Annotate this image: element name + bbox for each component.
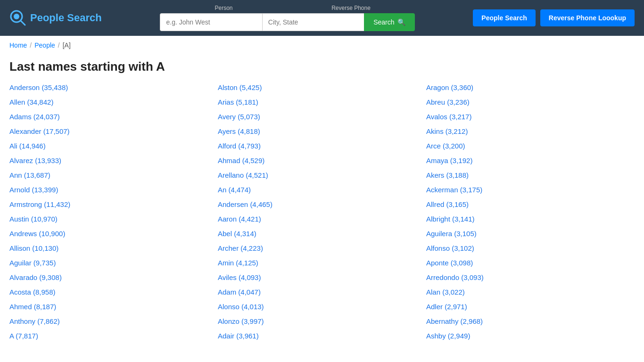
breadcrumb-sep-1: /: [30, 41, 32, 49]
names-column-3: Aragon (3,360)Abreu (3,236)Avalos (3,217…: [426, 83, 635, 340]
list-item[interactable]: Austin (10,970): [9, 215, 218, 223]
search-fields-container: Search 🔍: [160, 13, 414, 31]
header: People Search Person Reverse Phone Searc…: [0, 0, 644, 36]
search-icon: 🔍: [397, 18, 405, 26]
breadcrumb-current: [A]: [63, 41, 71, 49]
svg-point-1: [14, 14, 19, 19]
list-item[interactable]: Acosta (8,958): [9, 288, 218, 296]
search-button[interactable]: Search 🔍: [364, 13, 414, 31]
list-item[interactable]: Ayers (4,818): [218, 127, 426, 135]
names-grid: Anderson (35,438)Allen (34,842)Adams (24…: [0, 83, 644, 354]
list-item[interactable]: Adair (3,961): [218, 332, 426, 340]
list-item[interactable]: An (4,474): [218, 186, 426, 194]
list-item[interactable]: Aviles (4,093): [218, 273, 426, 281]
search-form: Person Reverse Phone Search 🔍: [111, 5, 464, 31]
list-item[interactable]: Aponte (3,098): [426, 259, 635, 267]
list-item[interactable]: Alexander (17,507): [9, 127, 218, 135]
nav-buttons: People Search Reverse Phone Loookup: [473, 9, 635, 26]
list-item[interactable]: Arias (5,181): [218, 98, 426, 106]
breadcrumb-people[interactable]: People: [34, 41, 55, 49]
svg-line-2: [21, 21, 25, 25]
list-item[interactable]: Archer (4,223): [218, 244, 426, 252]
list-item[interactable]: Alfonso (3,102): [426, 244, 635, 252]
logo-icon: [9, 9, 26, 26]
list-item[interactable]: Ann (13,687): [9, 171, 218, 179]
list-item[interactable]: Ashby (2,949): [426, 332, 635, 340]
list-item[interactable]: Adams (24,037): [9, 113, 218, 121]
list-item[interactable]: Amin (4,125): [218, 259, 426, 267]
list-item[interactable]: Arellano (4,521): [218, 171, 426, 179]
list-item[interactable]: Andersen (4,465): [218, 200, 426, 208]
list-item[interactable]: Alford (4,793): [218, 142, 426, 150]
list-item[interactable]: Amaya (3,192): [426, 156, 635, 165]
search-city-input[interactable]: [262, 13, 364, 31]
list-item[interactable]: Arredondo (3,093): [426, 273, 635, 281]
logo-text: People Search: [30, 12, 102, 24]
list-item[interactable]: Abreu (3,236): [426, 98, 635, 106]
list-item[interactable]: Armstrong (11,432): [9, 200, 218, 208]
list-item[interactable]: Aaron (4,421): [218, 215, 426, 223]
list-item[interactable]: Abel (4,314): [218, 230, 426, 238]
list-item[interactable]: Alan (3,022): [426, 288, 635, 296]
tab-reverse-label: Reverse Phone: [287, 5, 414, 11]
logo[interactable]: People Search: [9, 9, 102, 26]
list-item[interactable]: Aguilar (9,735): [9, 259, 218, 267]
list-item[interactable]: Alvarado (9,308): [9, 273, 218, 281]
list-item[interactable]: Allen (34,842): [9, 98, 218, 106]
list-item[interactable]: Alonso (4,013): [218, 303, 426, 311]
list-item[interactable]: A (7,817): [9, 332, 218, 340]
list-item[interactable]: Alston (5,425): [218, 83, 426, 91]
list-item[interactable]: Adam (4,047): [218, 288, 426, 296]
list-item[interactable]: Avery (5,073): [218, 113, 426, 121]
list-item[interactable]: Anderson (35,438): [9, 83, 218, 91]
list-item[interactable]: Ahmad (4,529): [218, 156, 426, 165]
search-button-label: Search: [373, 18, 394, 26]
list-item[interactable]: Akins (3,212): [426, 127, 635, 135]
list-item[interactable]: Arce (3,200): [426, 142, 635, 150]
reverse-phone-nav-button[interactable]: Reverse Phone Loookup: [540, 9, 635, 26]
list-item[interactable]: Ackerman (3,175): [426, 186, 635, 194]
list-item[interactable]: Aragon (3,360): [426, 83, 635, 91]
search-name-input[interactable]: [160, 13, 262, 31]
people-search-nav-button[interactable]: People Search: [473, 9, 536, 26]
list-item[interactable]: Arnold (13,399): [9, 186, 218, 194]
list-item[interactable]: Allred (3,165): [426, 200, 635, 208]
list-item[interactable]: Allison (10,130): [9, 244, 218, 252]
list-item[interactable]: Ali (14,946): [9, 142, 218, 150]
list-item[interactable]: Akers (3,188): [426, 171, 635, 179]
list-item[interactable]: Albright (3,141): [426, 215, 635, 223]
search-tabs: Person Reverse Phone: [160, 5, 414, 11]
list-item[interactable]: Alonzo (3,997): [218, 317, 426, 325]
names-column-1: Anderson (35,438)Allen (34,842)Adams (24…: [9, 83, 218, 340]
list-item[interactable]: Avalos (3,217): [426, 113, 635, 121]
list-item[interactable]: Anthony (7,862): [9, 317, 218, 325]
list-item[interactable]: Adler (2,971): [426, 303, 635, 311]
list-item[interactable]: Aguilera (3,105): [426, 230, 635, 238]
list-item[interactable]: Andrews (10,900): [9, 230, 218, 238]
breadcrumb-home[interactable]: Home: [9, 41, 27, 49]
breadcrumb: Home / People / [A]: [0, 36, 644, 55]
list-item[interactable]: Alvarez (13,933): [9, 156, 218, 165]
names-column-2: Alston (5,425)Arias (5,181)Avery (5,073)…: [218, 83, 426, 340]
breadcrumb-sep-2: /: [58, 41, 60, 49]
list-item[interactable]: Ahmed (8,187): [9, 303, 218, 311]
list-item[interactable]: Abernathy (2,968): [426, 317, 635, 325]
page-title: Last names starting with A: [0, 55, 644, 83]
tab-person-label: Person: [160, 5, 287, 11]
